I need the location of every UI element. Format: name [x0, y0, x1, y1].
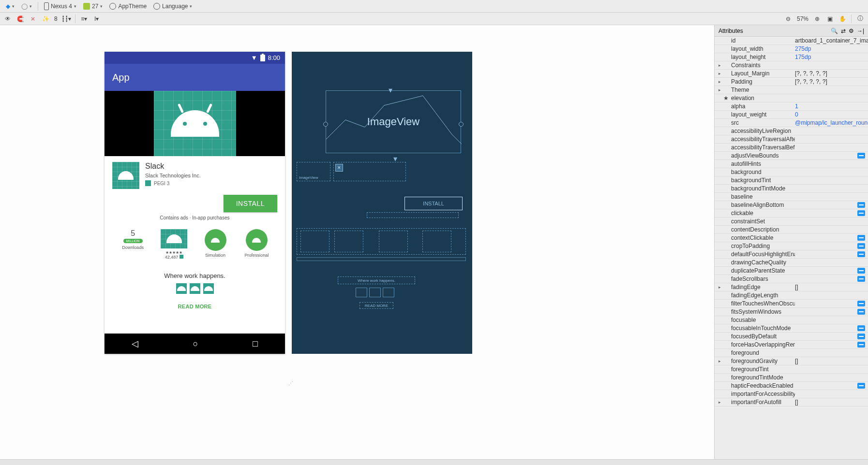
view-options-icon[interactable]: 👁 — [4, 15, 12, 23]
attr-row[interactable]: foreground — [715, 349, 868, 357]
attr-row[interactable]: layout_weight0 — [715, 111, 868, 119]
attr-row[interactable]: baselineAlignBottom — [715, 201, 868, 209]
attr-row[interactable]: constraintSet — [715, 218, 868, 226]
attr-row[interactable]: ▸Constraints — [715, 61, 868, 70]
cycle-icon[interactable]: ⇄ — [841, 28, 846, 34]
attr-row[interactable]: clickable — [715, 209, 868, 218]
bool-toggle[interactable] — [857, 342, 865, 348]
attr-row[interactable]: focusableInTouchMode — [715, 324, 868, 333]
infer-constraints-icon[interactable]: ✨ — [42, 15, 49, 23]
android-head-icon — [171, 110, 219, 137]
ads-disclaimer: Contains ads · In-app purchases — [105, 215, 285, 225]
bool-toggle[interactable] — [857, 334, 865, 339]
attr-row[interactable]: layout_height175dp — [715, 53, 868, 61]
attr-row[interactable]: cropToPadding — [715, 242, 868, 250]
home-icon[interactable]: ○ — [193, 339, 198, 349]
attr-row[interactable]: baseline — [715, 193, 868, 201]
bool-toggle[interactable] — [857, 383, 865, 389]
read-more-link[interactable]: READ MORE — [105, 300, 285, 317]
attr-row[interactable]: backgroundTint — [715, 176, 868, 185]
bool-toggle[interactable] — [857, 325, 865, 331]
battery-icon — [260, 55, 265, 61]
attr-row[interactable]: fadingEdgeLength — [715, 291, 868, 300]
attr-row[interactable]: src@mipmap/ic_launcher_round — [715, 119, 868, 127]
tagline: Where work happens. — [105, 263, 285, 283]
gear-icon[interactable]: ⚙ — [849, 28, 854, 34]
collapse-icon[interactable]: →| — [857, 28, 864, 34]
zoom-out-icon[interactable]: ⊖ — [784, 15, 792, 23]
attr-row[interactable]: alpha1 — [715, 102, 868, 111]
bp-imageview-selected[interactable]: ImageView — [326, 90, 461, 153]
surface-dropdown[interactable]: ◆▾ — [4, 2, 16, 11]
device-picker[interactable]: Nexus 4▾ — [42, 1, 78, 11]
attr-row[interactable]: adjustViewBounds — [715, 152, 868, 160]
attr-row[interactable]: backgroundTintMode — [715, 185, 868, 193]
bool-toggle[interactable] — [857, 268, 865, 274]
attr-row[interactable]: hapticFeedbackEnabled — [715, 382, 868, 390]
bool-toggle[interactable] — [857, 202, 865, 208]
bool-toggle[interactable] — [857, 301, 865, 306]
bool-toggle[interactable] — [857, 251, 865, 257]
margins-icon[interactable]: ┇┇▾ — [62, 15, 70, 23]
attr-row[interactable]: foregroundTint — [715, 365, 868, 374]
resize-handle[interactable]: ⋰ — [288, 380, 293, 386]
attr-row[interactable]: accessibilityTraversalBefo — [715, 144, 868, 152]
attr-row[interactable]: focusable — [715, 316, 868, 324]
attr-row[interactable]: duplicateParentState — [715, 267, 868, 275]
blueprint-preview[interactable]: ImageView ▾ ▾ ImageView ✕ INSTALL Where … — [292, 52, 472, 354]
recents-icon[interactable]: □ — [253, 339, 258, 349]
pegi-icon — [145, 180, 151, 186]
attr-row[interactable]: ▸Theme — [715, 86, 868, 94]
attr-row[interactable]: fadeScrollbars — [715, 275, 868, 283]
bool-toggle[interactable] — [857, 153, 865, 159]
locale-picker[interactable]: Language▾ — [151, 2, 194, 11]
zoom-fit-icon[interactable]: ▣ — [826, 15, 834, 23]
pack-icon[interactable]: I▾ — [93, 15, 101, 23]
attr-row[interactable]: defaultFocusHighlightEna — [715, 250, 868, 259]
attr-row[interactable]: importantForAccessibility — [715, 390, 868, 398]
attr-row[interactable]: ▸Layout_Margin[?, ?, ?, ?, ?] — [715, 70, 868, 78]
clear-constraints-icon[interactable]: ⤫ — [29, 15, 37, 23]
attributes-list[interactable]: idartboard_1_container_7_image_1layout_w… — [715, 37, 868, 459]
attr-row[interactable]: background — [715, 168, 868, 176]
attr-row[interactable]: fitsSystemWindows — [715, 308, 868, 316]
search-icon[interactable]: 🔍 — [831, 28, 838, 34]
align-icon[interactable]: ≡▾ — [80, 15, 88, 23]
bool-toggle[interactable] — [857, 210, 865, 216]
attr-row[interactable]: focusedByDefault — [715, 333, 868, 341]
attr-row[interactable]: foregroundTintMode — [715, 374, 868, 382]
back-icon[interactable]: ◁ — [132, 338, 138, 349]
attributes-title: Attributes — [718, 28, 743, 34]
attr-row[interactable]: layout_width275dp — [715, 45, 868, 53]
attr-row[interactable]: idartboard_1_container_7_image_1 — [715, 37, 868, 45]
attr-row[interactable]: ▸importantForAutofill[] — [715, 398, 868, 407]
pan-icon[interactable]: ✋ — [838, 15, 846, 23]
attr-row[interactable]: contentDescription — [715, 226, 868, 234]
attr-row[interactable]: drawingCacheQuality — [715, 259, 868, 267]
bool-toggle[interactable] — [857, 243, 865, 249]
attr-row[interactable]: ▸foregroundGravity[] — [715, 357, 868, 365]
bool-toggle[interactable] — [857, 235, 865, 241]
attr-row[interactable]: ▸fadingEdge[] — [715, 283, 868, 291]
app-title: Slack — [145, 162, 277, 171]
install-button[interactable]: INSTALL — [224, 195, 277, 212]
attr-row[interactable]: ▸Padding[?, ?, ?, ?, ?] — [715, 78, 868, 86]
attr-row[interactable]: autofillHints — [715, 160, 868, 168]
design-canvas[interactable]: ▼ 8:00 App Slack Slack Technologies Inc.… — [0, 25, 714, 459]
device-preview[interactable]: ▼ 8:00 App Slack Slack Technologies Inc.… — [105, 52, 285, 354]
api-picker[interactable]: 27▾ — [81, 2, 105, 11]
attr-row[interactable]: contextClickable — [715, 234, 868, 242]
magnet-icon[interactable]: 🧲 — [16, 15, 24, 23]
orientation-dropdown[interactable]: ◯▾ — [19, 2, 34, 11]
zoom-in-icon[interactable]: ⊕ — [813, 15, 821, 23]
warnings-icon[interactable]: ⓘ — [856, 15, 864, 23]
theme-icon — [109, 3, 116, 10]
theme-picker[interactable]: AppTheme — [107, 2, 149, 11]
attr-row[interactable]: accessibilityTraversalAfte — [715, 135, 868, 144]
attr-row[interactable]: accessibilityLiveRegion — [715, 127, 868, 135]
attr-row[interactable]: filterTouchesWhenObscu — [715, 300, 868, 308]
attr-row[interactable]: ★elevation — [715, 94, 868, 102]
bool-toggle[interactable] — [857, 309, 865, 315]
attr-row[interactable]: forceHasOverlappingRenc — [715, 341, 868, 349]
bool-toggle[interactable] — [857, 276, 865, 282]
